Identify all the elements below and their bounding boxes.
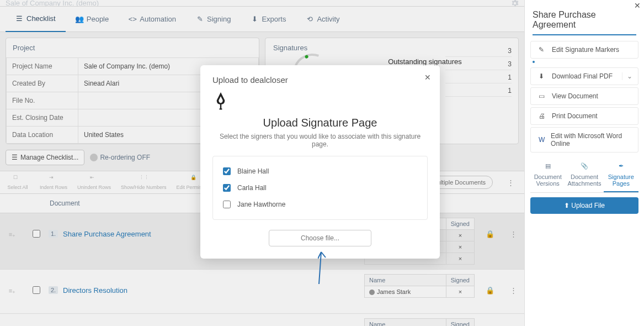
print-document-button[interactable]: 🖨Print Document <box>530 107 638 125</box>
modal-heading: Upload Signature Page <box>212 117 428 129</box>
right-panel: ✕ Share Purchase Agreement ✎Edit Signatu… <box>524 0 644 326</box>
print-icon: 🖨 <box>539 112 546 120</box>
pen-icon <box>212 92 428 111</box>
upload-modal: ✕ Upload to dealcloser Upload Signature … <box>200 65 440 259</box>
upload-file-button[interactable]: ⬆ Upload File <box>530 197 638 214</box>
tab-document-attachments[interactable]: 📎Document Attachments <box>565 160 603 192</box>
tab-signature-pages[interactable]: ✒Signature Pages <box>604 160 638 192</box>
chevron-down-icon[interactable]: ⌄ <box>622 72 632 80</box>
signer-checkbox[interactable] <box>223 201 231 208</box>
choose-file-button[interactable]: Choose file... <box>269 230 371 246</box>
download-final-pdf-button[interactable]: ⬇Download Final PDF⌄ <box>530 67 638 85</box>
edit-word-online-button[interactable]: WEdit with Microsoft Word Online <box>530 127 638 153</box>
signer-option[interactable]: Jane Hawthorne <box>223 196 417 213</box>
close-icon[interactable]: ✕ <box>424 73 431 82</box>
upload-icon: ⬆ <box>564 202 570 209</box>
download-icon: ⬇ <box>539 72 546 80</box>
signer-checkbox[interactable] <box>223 184 231 192</box>
signer-checkbox[interactable] <box>223 167 231 175</box>
marker-icon: ✎ <box>539 46 546 54</box>
tab-document-versions[interactable]: ▤Document Versions <box>530 160 565 192</box>
document-icon: ▭ <box>539 92 546 100</box>
panel-close-icon[interactable]: ✕ <box>634 1 641 10</box>
indicator-dot <box>533 61 535 63</box>
modal-title: Upload to dealcloser <box>212 75 428 85</box>
signature-icon: ✒ <box>616 162 625 171</box>
attachment-icon: 📎 <box>580 162 589 171</box>
versions-icon: ▤ <box>544 162 552 171</box>
word-icon: W <box>539 136 545 144</box>
modal-sub: Select the signers that you would like t… <box>212 133 428 148</box>
signer-option[interactable]: Blaine Hall <box>223 163 417 180</box>
view-document-button[interactable]: ▭View Document <box>530 87 638 105</box>
edit-signature-markers-button[interactable]: ✎Edit Signature Markers <box>530 41 638 59</box>
signer-option[interactable]: Carla Hall <box>223 180 417 196</box>
panel-title: Share Purchase Agreement <box>525 0 644 34</box>
